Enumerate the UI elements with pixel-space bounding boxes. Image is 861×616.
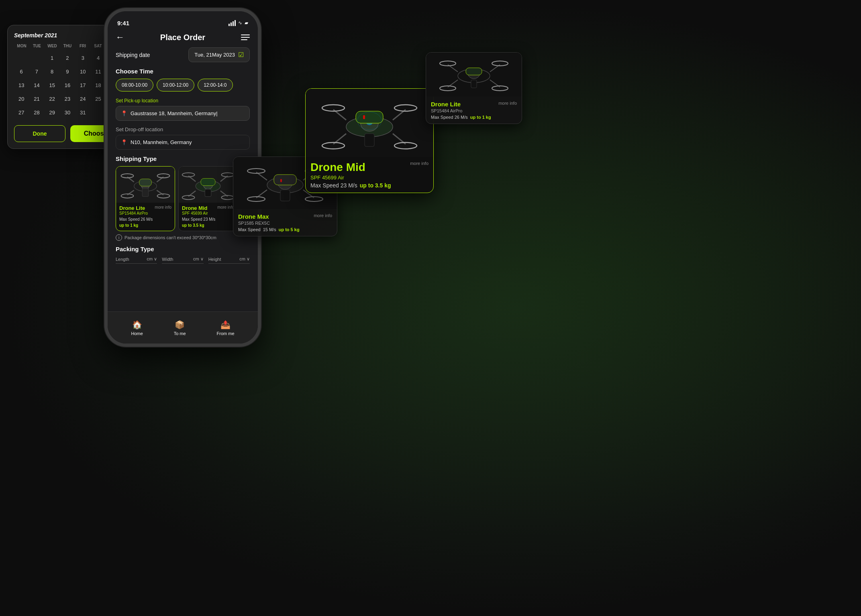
cal-day[interactable]: 24 <box>76 92 89 105</box>
nav-from-me[interactable]: 📤 From me <box>217 320 235 336</box>
wifi-icon: ∿ <box>238 20 242 26</box>
dropoff-label: Set Drop-off location <box>116 126 250 132</box>
cal-day[interactable]: 4 <box>92 51 105 64</box>
cal-day[interactable]: 7 <box>30 65 43 78</box>
nav-to-me[interactable]: 📦 To me <box>174 320 186 336</box>
phone-notch <box>157 11 209 25</box>
drone-lite-more-info[interactable]: more info <box>498 101 517 106</box>
back-button[interactable]: ← <box>116 32 124 43</box>
home-icon: 🏠 <box>132 320 142 329</box>
bottom-navigation: 🏠 Home 📦 To me 📤 From me <box>108 311 258 344</box>
svg-rect-39 <box>280 179 282 182</box>
shipping-date-label: Shipping date <box>116 52 150 58</box>
cal-day[interactable]: 31 <box>76 106 89 119</box>
packing-width-select[interactable]: Width cm ∨ <box>162 256 203 264</box>
menu-button[interactable] <box>241 35 250 40</box>
cal-day[interactable]: 9 <box>61 65 74 78</box>
nav-to-me-label: To me <box>174 331 186 336</box>
cal-day[interactable]: 15 <box>46 79 59 91</box>
drone-card-mid[interactable]: Drone Mid more info SPF 45699 Air Max Sp… <box>178 166 238 231</box>
length-label: Length <box>116 257 129 262</box>
cal-day[interactable]: 13 <box>15 79 28 91</box>
cal-day[interactable]: 10 <box>76 65 89 78</box>
cal-day[interactable]: 18 <box>92 79 105 91</box>
svg-rect-50 <box>365 134 374 146</box>
floating-drone-mid-card: Drone Mid more info SPF 45699 Air Max Sp… <box>305 88 434 193</box>
drone-card-lite[interactable]: Drone Lite more info SP15484 AirPro Max … <box>116 166 175 231</box>
cal-day[interactable]: 30 <box>61 106 74 119</box>
drone-mid-model: SPF 45699 Air <box>182 211 234 215</box>
cal-day[interactable]: 23 <box>61 92 74 105</box>
drone-max-weight: up to 5 kg <box>279 227 300 232</box>
calendar-icon: ☑ <box>238 51 244 59</box>
packing-length-select[interactable]: Length cm ∨ <box>116 256 157 264</box>
dropoff-value: N10, Mannheim, Germany <box>131 139 192 145</box>
pickup-section: Set Pick-up location 📍 Gaustrasse 18, Ma… <box>116 98 250 121</box>
drone-lite-float-name: Drone Lite <box>431 101 461 108</box>
shipping-date-value: Tue, 21May 2023 <box>194 52 235 58</box>
drone-mid-more-info[interactable]: more info <box>217 205 234 209</box>
battery-icon: ▰ <box>245 20 248 26</box>
cal-day[interactable]: 14 <box>30 79 43 91</box>
drone-mid-speed: Max Speed 23 M/s <box>310 182 357 189</box>
width-unit: cm ∨ <box>193 256 204 262</box>
cal-day[interactable]: 17 <box>76 79 89 91</box>
drone-lite-weight: up to 1 kg <box>470 115 491 120</box>
svg-rect-67 <box>466 68 482 75</box>
cal-day[interactable]: 21 <box>30 92 43 105</box>
packing-type-section: Packing Type Length cm ∨ Width cm ∨ <box>116 246 250 264</box>
cal-day[interactable]: 6 <box>15 65 28 78</box>
packing-width-field: Width cm ∨ <box>162 256 203 264</box>
drone-mid-float-specs: Max Speed 23 M/s up to 3.5 kg <box>310 182 428 189</box>
drone-max-more-info[interactable]: more info <box>314 213 332 218</box>
cal-day[interactable]: 3 <box>76 51 89 64</box>
to-me-icon: 📦 <box>175 320 185 329</box>
drone-mid-more-info[interactable]: more info <box>410 161 428 166</box>
svg-rect-52 <box>356 111 383 123</box>
drone-lite-specs: Max Speed 26 M/s up to 1 kg <box>119 217 171 228</box>
drone-lite-svg <box>116 167 175 203</box>
dropoff-input[interactable]: 📍 N10, Mannheim, Germany <box>116 135 250 150</box>
cal-day[interactable]: 16 <box>61 79 74 91</box>
cal-day[interactable]: 20 <box>15 92 28 105</box>
drone-lite-float-model: SP15484 AirPro <box>431 108 517 113</box>
drone-mid-float-image <box>306 89 433 157</box>
cal-day[interactable]: 28 <box>30 106 43 119</box>
cal-day[interactable]: 2 <box>61 51 74 64</box>
drone-lite-float-image <box>426 53 522 97</box>
packing-height-select[interactable]: Height cm ∨ <box>208 256 250 264</box>
drone-lite-more-info[interactable]: more info <box>155 205 171 209</box>
drone-lite-float-info: Drone Lite more info SP15484 AirPro Max … <box>426 97 522 124</box>
calendar-done-button[interactable]: Done <box>14 125 65 142</box>
drone-mid-speed: Max Speed 23 M/s <box>182 217 215 222</box>
cal-day[interactable]: 29 <box>46 106 59 119</box>
drone-max-speed-val: 15 M/s <box>263 227 276 232</box>
nav-home[interactable]: 🏠 Home <box>131 320 143 336</box>
drone-lite-speed: Max Speed 26 M/s <box>431 115 468 120</box>
svg-rect-23 <box>205 189 211 197</box>
time-slot-3[interactable]: 12:00-14:0 <box>198 79 233 91</box>
time-slot-2[interactable]: 10:00-12:00 <box>157 79 194 91</box>
drone-lite-name: Drone Lite <box>119 205 145 211</box>
drone-lite-image <box>116 167 175 203</box>
time-slot-1[interactable]: 08:00-10:00 <box>116 79 153 91</box>
cal-day[interactable]: 27 <box>15 106 28 119</box>
svg-rect-38 <box>274 175 296 185</box>
cal-day[interactable]: 25 <box>92 92 105 105</box>
signal-icon <box>229 20 236 26</box>
cal-day[interactable]: 1 <box>46 51 59 64</box>
pickup-input[interactable]: 📍 Gaustrasse 18, Mannheim, Germany| <box>116 106 250 121</box>
drone-lite-weight: up to 1 kg <box>119 223 138 228</box>
cal-day[interactable]: 22 <box>46 92 59 105</box>
svg-rect-25 <box>201 179 215 186</box>
app-header: ← Place Order <box>108 29 258 47</box>
cal-day[interactable]: 8 <box>46 65 59 78</box>
cal-day[interactable]: 11 <box>92 65 105 78</box>
calendar-month-title: September 2021 <box>14 32 57 39</box>
shipping-date-row: Shipping date Tue, 21May 2023 ☑ <box>116 47 250 62</box>
drone-mid-weight: up to 3.5 kg <box>182 223 204 228</box>
shipping-date-badge[interactable]: Tue, 21May 2023 ☑ <box>188 47 250 62</box>
width-label: Width <box>162 257 173 262</box>
dropoff-section: Set Drop-off location 📍 N10, Mannheim, G… <box>116 126 250 150</box>
time-slots-container: 08:00-10:00 10:00-12:00 12:00-14:0 <box>116 79 250 91</box>
